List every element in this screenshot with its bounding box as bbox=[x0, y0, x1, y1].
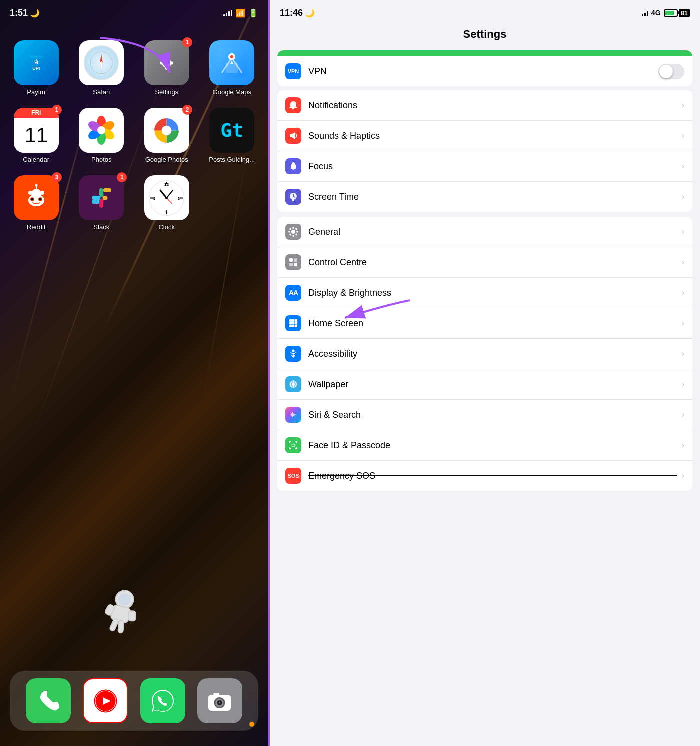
wallpaper-row[interactable]: Wallpaper › bbox=[278, 369, 692, 400]
sounds-icon bbox=[286, 128, 302, 144]
svg-rect-96 bbox=[294, 258, 298, 262]
app-paytm[interactable]: Paytm से UPI Paytm bbox=[8, 40, 66, 96]
svg-point-61 bbox=[166, 197, 168, 199]
calendar-label: Calendar bbox=[23, 156, 50, 163]
vpn-toggle[interactable] bbox=[658, 64, 684, 79]
svg-rect-78 bbox=[214, 693, 220, 696]
app-reddit[interactable]: 3 Reddit bbox=[8, 175, 66, 231]
clock-label: Clock bbox=[158, 223, 175, 231]
screentime-icon bbox=[286, 189, 302, 205]
app-slack[interactable]: 1 Slack bbox=[73, 175, 131, 231]
sounds-row[interactable]: Sounds & Haptics › bbox=[278, 121, 692, 151]
app-settings[interactable]: 1 Settings bbox=[138, 40, 196, 96]
focus-chevron: › bbox=[682, 162, 684, 171]
siri-chevron: › bbox=[682, 410, 684, 419]
chevron-icon: › bbox=[682, 410, 684, 419]
svg-rect-46 bbox=[100, 192, 104, 197]
chevron-icon: › bbox=[682, 380, 684, 389]
chevron-icon: › bbox=[682, 319, 684, 328]
emergency-chevron: › bbox=[682, 471, 684, 480]
svg-rect-40 bbox=[92, 200, 100, 204]
toggle-knob bbox=[660, 65, 673, 78]
gphotos-label: Google Photos bbox=[146, 156, 188, 163]
svg-point-109 bbox=[292, 383, 295, 386]
app-posts[interactable]: Gt Posts·Guiding... bbox=[204, 108, 262, 163]
posts-label: Posts·Guiding... bbox=[209, 156, 255, 163]
svg-rect-99 bbox=[290, 319, 292, 322]
faceid-row[interactable]: Face ID & Passcode › bbox=[278, 430, 692, 461]
sounds-chevron: › bbox=[682, 131, 684, 140]
paytm-icon: Paytm से UPI bbox=[14, 40, 59, 85]
displaybrightness-label: Display & Brightness bbox=[308, 288, 682, 298]
calendar-badge: 1 bbox=[52, 105, 62, 115]
wifi-icon-left: 📶 bbox=[236, 8, 246, 18]
settings-label: Settings bbox=[155, 88, 178, 96]
svg-rect-103 bbox=[292, 322, 295, 325]
app-safari[interactable]: Safari bbox=[73, 40, 131, 96]
notifications-chevron: › bbox=[682, 101, 684, 110]
calendar-icon: FRI 11 bbox=[14, 108, 59, 153]
dock-whatsapp[interactable] bbox=[140, 678, 186, 723]
whatsapp-icon bbox=[140, 678, 186, 723]
dock-camera[interactable] bbox=[198, 678, 242, 723]
camera-icon bbox=[198, 678, 242, 723]
app-photos[interactable]: Photos bbox=[73, 108, 131, 163]
notifications-row[interactable]: Notifications › bbox=[278, 90, 692, 121]
svg-rect-105 bbox=[290, 325, 292, 327]
focus-row[interactable]: Focus › bbox=[278, 151, 692, 182]
left-panel-homescreen: 1:51 🌙 📶 🔋 Paytm से UPI Paytm bbox=[0, 0, 270, 746]
displaybrightness-row[interactable]: AA Display & Brightness › bbox=[278, 278, 692, 308]
screentime-row[interactable]: Screen Time › bbox=[278, 182, 692, 212]
notifications-icon bbox=[286, 97, 302, 113]
cal-date: 11 bbox=[14, 118, 59, 153]
right-panel-settings: 11:46 🌙 4G 81 Settings VPN bbox=[270, 0, 700, 746]
chevron-icon: › bbox=[682, 349, 684, 358]
dock-phone[interactable] bbox=[26, 678, 71, 723]
svg-rect-118 bbox=[290, 441, 290, 443]
focus-label: Focus bbox=[308, 161, 682, 172]
controlcentre-row[interactable]: Control Centre › bbox=[278, 247, 692, 278]
dock-youtube[interactable] bbox=[83, 678, 128, 723]
siri-row[interactable]: Siri & Search › bbox=[278, 400, 692, 430]
svg-rect-81 bbox=[292, 108, 294, 109]
svg-rect-97 bbox=[290, 263, 293, 266]
svg-rect-104 bbox=[295, 322, 298, 325]
vpn-row[interactable]: VPN VPN bbox=[278, 56, 692, 86]
app-calendar[interactable]: FRI 11 1 Calendar bbox=[8, 108, 66, 163]
svg-point-125 bbox=[292, 444, 293, 445]
svg-rect-67 bbox=[110, 618, 120, 632]
homescreen-icon bbox=[286, 315, 302, 331]
svg-rect-82 bbox=[292, 200, 294, 201]
accessibility-chevron: › bbox=[682, 349, 684, 358]
app-maps[interactable]: Google Maps bbox=[204, 40, 262, 96]
focus-icon bbox=[286, 158, 302, 174]
chevron-icon: › bbox=[682, 192, 684, 201]
chevron-icon: › bbox=[682, 101, 684, 110]
controlcentre-chevron: › bbox=[682, 258, 684, 267]
photos-label: Photos bbox=[92, 156, 112, 163]
homescreen-row[interactable]: Home Screen › bbox=[278, 308, 692, 339]
chevron-icon: › bbox=[682, 288, 684, 297]
controlcentre-label: Control Centre bbox=[308, 257, 682, 268]
chevron-icon: › bbox=[682, 258, 684, 267]
clock-icon: 12 3 6 9 bbox=[144, 175, 190, 220]
app-clock[interactable]: 12 3 6 9 Clock bbox=[138, 175, 196, 231]
app-gphotos[interactable]: 2 Google Photos bbox=[138, 108, 196, 163]
battery-container: 81 bbox=[664, 9, 690, 17]
youtube-icon bbox=[83, 678, 128, 723]
general-row[interactable]: General › bbox=[278, 217, 692, 247]
wallpaper-icon bbox=[286, 376, 302, 392]
wallpaper-chevron: › bbox=[682, 380, 684, 389]
svg-rect-66 bbox=[129, 611, 136, 621]
accessibility-row[interactable]: Accessibility › bbox=[278, 339, 692, 369]
svg-rect-43 bbox=[104, 188, 112, 192]
vpn-green-stripe bbox=[278, 50, 692, 56]
svg-rect-94 bbox=[296, 233, 298, 236]
chevron-icon: › bbox=[682, 227, 684, 236]
emergency-row[interactable]: SOS Emergency SOS › bbox=[278, 461, 692, 491]
empty-slot bbox=[204, 175, 262, 231]
svg-rect-122 bbox=[290, 447, 290, 449]
time-left: 1:51 bbox=[10, 8, 28, 18]
svg-point-33 bbox=[39, 198, 42, 201]
status-icons-right: 4G 81 bbox=[642, 9, 690, 17]
